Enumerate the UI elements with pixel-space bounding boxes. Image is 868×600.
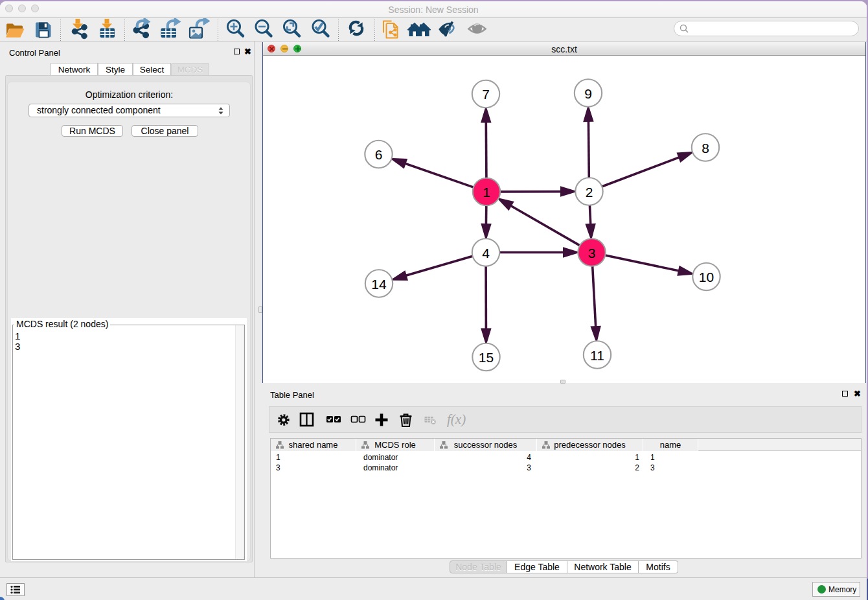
- svg-text:3: 3: [588, 246, 596, 260]
- svg-text:2: 2: [586, 185, 593, 200]
- svg-text:9: 9: [584, 86, 592, 101]
- svg-text:1: 1: [483, 185, 490, 200]
- svg-text:7: 7: [482, 87, 490, 102]
- svg-text:4: 4: [482, 246, 490, 260]
- svg-text:15: 15: [479, 350, 494, 365]
- svg-text:6: 6: [375, 147, 383, 162]
- svg-text:11: 11: [590, 348, 604, 363]
- svg-text:14: 14: [371, 277, 387, 292]
- svg-text:8: 8: [702, 141, 709, 156]
- svg-text:f(x): f(x): [447, 411, 466, 427]
- svg-text:10: 10: [699, 270, 714, 284]
